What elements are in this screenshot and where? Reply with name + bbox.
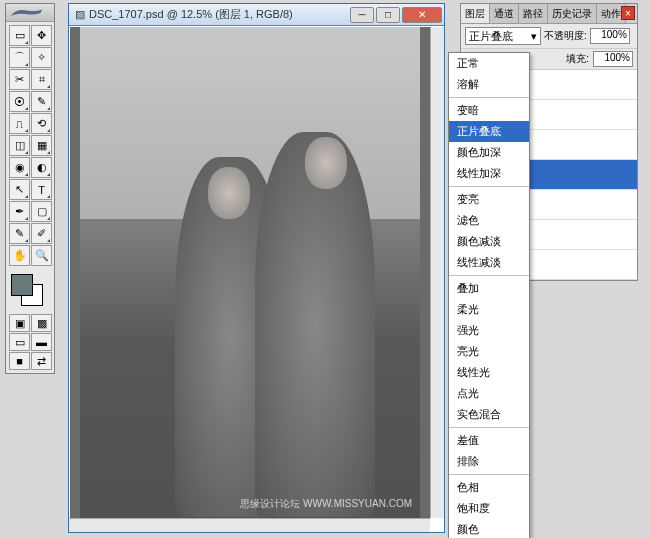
opacity-label: 不透明度: <box>544 29 587 43</box>
marquee-tool[interactable]: ▭ <box>9 25 30 46</box>
blend-mode-option[interactable]: 差值 <box>449 430 529 451</box>
blend-mode-option[interactable]: 变亮 <box>449 189 529 210</box>
blend-mode-option[interactable]: 排除 <box>449 451 529 472</box>
color-swatches <box>6 269 54 311</box>
document-icon: ▨ <box>75 8 85 21</box>
photoshop-feather-logo <box>9 6 44 20</box>
blur-tool[interactable]: ◉ <box>9 157 30 178</box>
blend-opacity-row: 正片叠底 ▾ 不透明度: 100% <box>461 24 637 49</box>
healing-brush-tool[interactable]: ⦿ <box>9 91 30 112</box>
blend-mode-menu: 正常溶解变暗正片叠底颜色加深线性加深变亮滤色颜色减淡线性减淡叠加柔光强光亮光线性… <box>448 52 530 538</box>
fill-label: 填充: <box>566 52 589 66</box>
notes-tool[interactable]: ✎ <box>9 223 30 244</box>
type-tool[interactable]: T <box>31 179 52 200</box>
document-window: ▨ DSC_1707.psd @ 12.5% (图层 1, RGB/8) ─ □… <box>68 3 445 533</box>
screen-mode-full[interactable]: ■ <box>9 352 30 370</box>
gradient-tool[interactable]: ▦ <box>31 135 52 156</box>
blend-mode-value: 正片叠底 <box>469 29 513 44</box>
blend-mode-option[interactable]: 颜色 <box>449 519 529 538</box>
tab-channels[interactable]: 通道 <box>490 4 519 23</box>
panel-close-button[interactable]: × <box>621 6 635 20</box>
history-brush-tool[interactable]: ⟲ <box>31 113 52 134</box>
brush-tool[interactable]: ✎ <box>31 91 52 112</box>
panel-tabs: 图层 通道 路径 历史记录 动作 <box>461 4 637 24</box>
clone-stamp-tool[interactable]: ⎍ <box>9 113 30 134</box>
hand-tool[interactable]: ✋ <box>9 245 30 266</box>
eyedropper-tool[interactable]: ✐ <box>31 223 52 244</box>
quickmask-mode[interactable]: ▩ <box>31 314 52 332</box>
eraser-tool[interactable]: ◫ <box>9 135 30 156</box>
watermark-text: 思缘设计论坛 WWW.MISSYUAN.COM <box>240 497 412 511</box>
pen-tool[interactable]: ✒ <box>9 201 30 222</box>
fill-input[interactable]: 100% <box>593 51 633 67</box>
rectangle-tool[interactable]: ▢ <box>31 201 52 222</box>
blend-mode-option[interactable]: 柔光 <box>449 299 529 320</box>
toolbox-panel: ▭ ✥ ⌒ ✧ ✂ ⌗ ⦿ ✎ ⎍ ⟲ ◫ ▦ ◉ ◐ ↖ T ✒ ▢ ✎ ✐ … <box>5 3 55 374</box>
tab-layers[interactable]: 图层 <box>461 4 490 23</box>
screen-mode-full-menu[interactable]: ▬ <box>31 333 52 351</box>
menu-separator <box>449 427 529 428</box>
blend-mode-option[interactable]: 颜色减淡 <box>449 231 529 252</box>
blend-mode-option[interactable]: 叠加 <box>449 278 529 299</box>
menu-separator <box>449 97 529 98</box>
blend-mode-option[interactable]: 实色混合 <box>449 404 529 425</box>
blend-mode-option[interactable]: 颜色加深 <box>449 142 529 163</box>
lasso-tool[interactable]: ⌒ <box>9 47 30 68</box>
tab-paths[interactable]: 路径 <box>519 4 548 23</box>
screen-mode-standard[interactable]: ▭ <box>9 333 30 351</box>
crop-tool[interactable]: ✂ <box>9 69 30 90</box>
document-title: DSC_1707.psd @ 12.5% (图层 1, RGB/8) <box>89 7 293 22</box>
standard-mode[interactable]: ▣ <box>9 314 30 332</box>
title-bar[interactable]: ▨ DSC_1707.psd @ 12.5% (图层 1, RGB/8) ─ □… <box>69 4 444 26</box>
blend-mode-option[interactable]: 色相 <box>449 477 529 498</box>
maximize-button[interactable]: □ <box>376 7 400 23</box>
dodge-tool[interactable]: ◐ <box>31 157 52 178</box>
menu-separator <box>449 474 529 475</box>
close-button[interactable]: ✕ <box>402 7 442 23</box>
photo-content: 思缘设计论坛 WWW.MISSYUAN.COM <box>80 27 420 518</box>
dropdown-arrow-icon: ▾ <box>531 30 537 43</box>
magic-wand-tool[interactable]: ✧ <box>31 47 52 68</box>
blend-mode-option[interactable]: 线性光 <box>449 362 529 383</box>
blend-mode-option[interactable]: 正片叠底 <box>449 121 529 142</box>
blend-mode-option[interactable]: 变暗 <box>449 100 529 121</box>
blend-mode-option[interactable]: 线性加深 <box>449 163 529 184</box>
foreground-color-swatch[interactable] <box>11 274 33 296</box>
blend-mode-option[interactable]: 点光 <box>449 383 529 404</box>
imageready-jump[interactable]: ⇄ <box>31 352 52 370</box>
edit-mode-buttons: ▣ ▩ ▭ ▬ ■ ⇄ <box>6 311 54 373</box>
blend-mode-option[interactable]: 溶解 <box>449 74 529 95</box>
vertical-scrollbar[interactable] <box>430 27 444 518</box>
menu-separator <box>449 275 529 276</box>
blend-mode-option[interactable]: 滤色 <box>449 210 529 231</box>
toolbox-header[interactable] <box>6 4 54 22</box>
slice-tool[interactable]: ⌗ <box>31 69 52 90</box>
move-tool[interactable]: ✥ <box>31 25 52 46</box>
window-controls: ─ □ ✕ <box>350 7 442 23</box>
minimize-button[interactable]: ─ <box>350 7 374 23</box>
tool-grid: ▭ ✥ ⌒ ✧ ✂ ⌗ ⦿ ✎ ⎍ ⟲ ◫ ▦ ◉ ◐ ↖ T ✒ ▢ ✎ ✐ … <box>6 22 54 269</box>
opacity-input[interactable]: 100% <box>590 28 630 44</box>
blend-mode-option[interactable]: 正常 <box>449 53 529 74</box>
blend-mode-option[interactable]: 饱和度 <box>449 498 529 519</box>
blend-mode-option[interactable]: 线性减淡 <box>449 252 529 273</box>
tab-history[interactable]: 历史记录 <box>548 4 597 23</box>
zoom-tool[interactable]: 🔍 <box>31 245 52 266</box>
canvas-area[interactable]: 思缘设计论坛 WWW.MISSYUAN.COM <box>70 27 430 518</box>
blend-mode-option[interactable]: 亮光 <box>449 341 529 362</box>
menu-separator <box>449 186 529 187</box>
blend-mode-option[interactable]: 强光 <box>449 320 529 341</box>
path-selection-tool[interactable]: ↖ <box>9 179 30 200</box>
blend-mode-select[interactable]: 正片叠底 ▾ <box>465 27 541 45</box>
horizontal-scrollbar[interactable] <box>69 518 430 532</box>
